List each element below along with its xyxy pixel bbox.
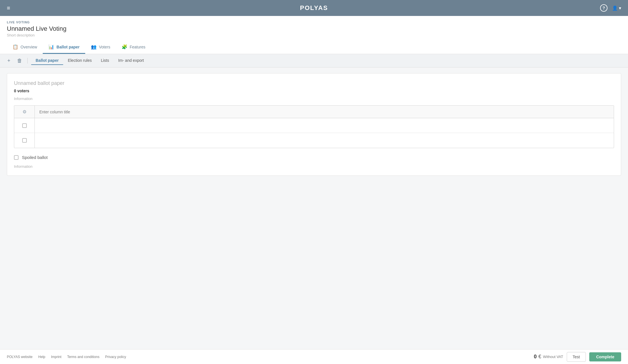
test-button[interactable]: Test — [567, 352, 586, 362]
footer: POLYAS website Help Imprint Terms and co… — [0, 349, 628, 364]
voters-count: 0 voters — [14, 89, 614, 93]
row2-checkbox-cell — [14, 133, 35, 148]
footer-links: POLYAS website Help Imprint Terms and co… — [7, 355, 126, 359]
tab-voters-label: Voters — [99, 45, 110, 49]
sub-tab-election-rules[interactable]: Election rules — [63, 56, 96, 65]
table-row — [14, 118, 614, 133]
price-amount: 0 — [534, 354, 537, 360]
section-label: LIVE VOTING — [7, 21, 621, 24]
footer-terms[interactable]: Terms and conditions — [67, 355, 99, 359]
footer-privacy[interactable]: Privacy policy — [105, 355, 126, 359]
table-settings-cell: ⚙ — [14, 106, 35, 118]
help-icon[interactable]: ? — [600, 4, 607, 12]
settings-icon[interactable]: ⚙ — [23, 109, 26, 114]
price-currency: € — [538, 354, 541, 360]
footer-right: 0 € Without VAT Test Complete — [534, 352, 621, 362]
hamburger-icon[interactable]: ≡ — [7, 5, 10, 11]
complete-button[interactable]: Complete — [589, 352, 621, 361]
spoiled-ballot-checkbox[interactable] — [14, 155, 19, 160]
sub-tab-im-export[interactable]: Im- and export — [114, 56, 148, 65]
tab-overview-label: Overview — [21, 45, 37, 49]
sub-nav-divider — [27, 58, 28, 64]
features-icon: 🧩 — [122, 44, 127, 50]
footer-imprint[interactable]: Imprint — [51, 355, 62, 359]
sub-tab-lists[interactable]: Lists — [96, 56, 114, 65]
ballot-card: Unnamed ballot paper 0 voters Informatio… — [7, 73, 621, 176]
sub-nav-tabs: Ballot paper Election rules Lists Im- an… — [31, 56, 148, 65]
tab-voters[interactable]: 👥 Voters — [85, 41, 116, 54]
main-tabs: 📋 Overview 📊 Ballot paper 👥 Voters 🧩 Fea… — [7, 41, 621, 54]
price-info: 0 € Without VAT — [534, 354, 563, 360]
vat-label: Without VAT — [543, 355, 563, 359]
overview-icon: 📋 — [13, 44, 18, 50]
page-subtitle: Short description — [7, 33, 621, 37]
table-header-row: ⚙ — [14, 106, 614, 118]
ballot-table: ⚙ — [14, 105, 614, 148]
table-title-cell — [35, 106, 614, 118]
main-content: Unnamed ballot paper 0 voters Informatio… — [0, 68, 628, 349]
page-title: Unnamed Live Voting — [7, 25, 621, 32]
delete-button[interactable]: 🗑 — [15, 56, 24, 65]
spoiled-ballot-section: Spoiled ballot — [14, 155, 614, 160]
row2-content[interactable] — [35, 133, 614, 148]
row2-checkbox[interactable] — [22, 138, 27, 143]
add-button[interactable]: + — [5, 56, 13, 65]
user-avatar-icon: 👤 — [612, 5, 618, 11]
spoiled-ballot-label: Spoiled ballot — [22, 155, 48, 160]
tab-ballot-paper-label: Ballot paper — [56, 45, 79, 49]
sub-tab-ballot-paper[interactable]: Ballot paper — [31, 56, 63, 65]
tab-features[interactable]: 🧩 Features — [116, 41, 151, 54]
table-row — [14, 133, 614, 148]
info-label-bottom: Information — [14, 164, 614, 169]
sub-nav: + 🗑 Ballot paper Election rules Lists Im… — [0, 54, 628, 68]
row1-content[interactable] — [35, 118, 614, 133]
voters-icon: 👥 — [91, 44, 97, 50]
user-menu[interactable]: 👤 ▾ — [612, 5, 621, 11]
app-header: ≡ POLYAS ? 👤 ▾ — [0, 0, 628, 16]
footer-help[interactable]: Help — [38, 355, 45, 359]
ballot-icon: 📊 — [48, 44, 54, 50]
ballot-title: Unnamed ballot paper — [14, 80, 614, 86]
ballot-info-label: Information — [14, 97, 614, 101]
user-dropdown-arrow: ▾ — [619, 5, 621, 11]
tab-ballot-paper[interactable]: 📊 Ballot paper — [43, 41, 85, 54]
app-logo: POLYAS — [300, 4, 328, 12]
tab-features-label: Features — [130, 45, 145, 49]
column-title-input[interactable] — [39, 110, 609, 114]
footer-polyas-website[interactable]: POLYAS website — [7, 355, 32, 359]
tab-overview[interactable]: 📋 Overview — [7, 41, 43, 54]
row1-checkbox[interactable] — [22, 123, 27, 128]
page-header: LIVE VOTING Unnamed Live Voting Short de… — [0, 16, 628, 54]
row1-checkbox-cell — [14, 118, 35, 133]
